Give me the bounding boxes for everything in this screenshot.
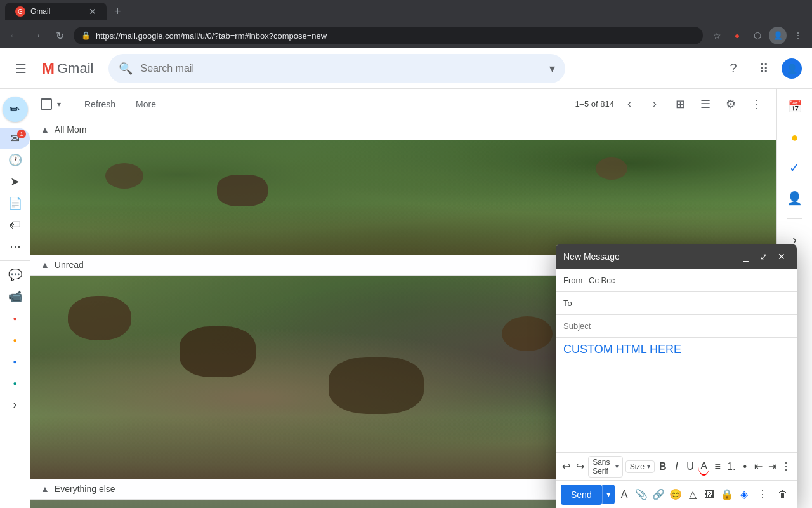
compose-emoji-button[interactable]: 😊 [668, 486, 683, 504]
compose-underline-button[interactable]: U [684, 458, 696, 476]
compose-cc-label[interactable]: Cc Bcc [589, 276, 615, 285]
all-mom-expand-icon[interactable]: ▲ [41, 124, 49, 135]
compose-font-selector[interactable]: Sans Serif ▾ [588, 456, 622, 478]
profile-button[interactable]: 👤 [769, 27, 787, 44]
gmail-search-bar[interactable]: 🔍 ▾ [108, 54, 565, 83]
compose-indent-more-button[interactable]: ⇥ [767, 458, 778, 476]
compose-indent-less-button[interactable]: ⇤ [753, 458, 764, 476]
sidebar-item-meet[interactable]: 📹 [0, 286, 30, 307]
back-button[interactable]: ← [5, 27, 23, 44]
view-options-button[interactable]: ⊞ [670, 94, 690, 114]
sidebar-item-chat[interactable]: 💬 [0, 265, 30, 285]
compose-minimize-button[interactable]: _ [738, 249, 754, 264]
sidebar-item-expand[interactable]: › [0, 394, 30, 415]
sidebar-item-teal-dot[interactable]: ● [0, 373, 30, 393]
extension-icon-1[interactable]: ● [728, 27, 746, 44]
compose-send-button[interactable]: Send [561, 485, 602, 505]
compose-button[interactable]: ✏ [3, 97, 28, 122]
compose-fullscreen-button[interactable]: ⤢ [756, 249, 771, 264]
compose-link-button[interactable]: 🔗 [652, 486, 666, 504]
browser-tab[interactable]: G Gmail ✕ [5, 3, 107, 20]
nature-bg-1 [30, 140, 776, 255]
prev-page-button[interactable]: ‹ [619, 94, 639, 114]
compose-to-field[interactable]: To [556, 292, 797, 315]
compose-redo-button[interactable]: ↪ [575, 458, 586, 476]
compose-text-color-button[interactable]: A [698, 458, 710, 476]
contacts-panel-button[interactable]: 👤 [782, 185, 808, 211]
apps-button[interactable]: ⠿ [751, 56, 776, 81]
toolbar-separator-1 [69, 97, 69, 112]
compose-bulleted-list-button[interactable]: • [740, 458, 751, 476]
compose-bold-button[interactable]: B [657, 458, 669, 476]
tab-title: Gmail [30, 7, 84, 16]
browser-menu-button[interactable]: ⋮ [789, 27, 807, 44]
compose-more-options-button[interactable]: ⋮ [754, 486, 771, 504]
hamburger-menu-icon[interactable]: ☰ [10, 56, 32, 81]
extension-icon-2[interactable]: ⬡ [749, 27, 766, 44]
help-button[interactable]: ? [721, 56, 746, 81]
sidebar-item-blue-dot[interactable]: ● [0, 351, 30, 371]
compose-format-button[interactable]: A [617, 486, 632, 504]
compose-drive-button[interactable]: △ [685, 486, 700, 504]
bookmark-button[interactable]: ☆ [708, 27, 726, 44]
expand-sidebar-icon: › [13, 398, 17, 411]
sidebar-item-drafts[interactable]: 📄 [0, 193, 30, 213]
search-dropdown-icon[interactable]: ▾ [549, 62, 555, 76]
compose-delete-button[interactable]: 🗑 [774, 486, 792, 504]
compose-photo-button[interactable]: 🖼 [702, 486, 717, 504]
compose-undo-button[interactable]: ↩ [561, 458, 572, 476]
tasks-panel-button[interactable]: ✓ [782, 155, 808, 180]
all-mom-section-header[interactable]: ▲ All Mom [30, 119, 776, 140]
compose-to-input[interactable] [589, 298, 789, 308]
compose-header[interactable]: New Message _ ⤢ ✕ [556, 244, 797, 269]
rock-1 [105, 163, 143, 189]
sidebar-item-sent[interactable]: ➤ [0, 171, 30, 192]
compose-more-formatting-button[interactable]: ⋮ [780, 458, 792, 476]
more-options-button[interactable]: ⋮ [746, 94, 766, 114]
sidebar-item-more[interactable]: ⋯ [0, 236, 30, 257]
browser-actions: ☆ ● ⬡ 👤 ⋮ [708, 27, 807, 44]
compose-attach-button[interactable]: 📎 [634, 486, 649, 504]
compose-size-dropdown-icon[interactable]: ▾ [647, 463, 650, 470]
density-button[interactable]: ☰ [695, 94, 716, 114]
compose-cc-bcc-buttons[interactable]: Cc Bcc [589, 276, 615, 285]
toolbar-right: 1–5 of 814 ‹ › ⊞ ☰ ⚙ ⋮ [575, 94, 766, 114]
compose-lock-button[interactable]: 🔒 [719, 486, 734, 504]
select-all-checkbox[interactable] [41, 98, 52, 110]
calendar-panel-button[interactable]: 📅 [782, 94, 808, 119]
new-tab-button[interactable]: + [114, 5, 121, 18]
everything-else-expand-icon[interactable]: ▲ [41, 484, 49, 494]
compose-size-selector[interactable]: Size ▾ [625, 460, 655, 473]
forward-button[interactable]: → [28, 27, 46, 44]
teal-dot-icon: ● [13, 380, 16, 387]
compose-body[interactable]: CUSTOM HTML HERE [556, 338, 797, 452]
sidebar-item-labels[interactable]: 🏷 [0, 215, 30, 235]
tab-close-button[interactable]: ✕ [89, 6, 96, 17]
settings-button[interactable]: ⚙ [721, 94, 741, 114]
sidebar-item-snoozed[interactable]: 🕐 [0, 150, 30, 170]
compose-close-button[interactable]: ✕ [774, 249, 789, 264]
sidebar-item-orange-dot[interactable]: ● [0, 330, 30, 350]
sidebar-item-inbox[interactable]: ✉ 1 [0, 128, 30, 149]
compose-font-dropdown-icon[interactable]: ▾ [615, 463, 619, 470]
unread-expand-icon[interactable]: ▲ [41, 260, 49, 270]
address-bar[interactable]: 🔒 https://mail.google.com/mail/u/0/?tab=… [74, 27, 703, 44]
user-avatar[interactable]: 👤 [782, 58, 802, 79]
sidebar-item-red-dot[interactable]: ● [0, 308, 30, 328]
reload-button[interactable]: ↻ [51, 27, 69, 44]
compose-numbered-list-button[interactable]: 1. [726, 458, 737, 476]
compose-align-button[interactable]: ≡ [712, 458, 723, 476]
compose-subject-input[interactable] [563, 321, 789, 331]
more-button[interactable]: More [128, 94, 164, 114]
compose-send-dropdown-button[interactable]: ▾ [602, 485, 615, 504]
compose-subject-field[interactable] [556, 315, 797, 338]
search-input[interactable] [140, 63, 542, 74]
compose-body-text[interactable]: CUSTOM HTML HERE [563, 343, 789, 356]
compose-italic-button[interactable]: I [671, 458, 683, 476]
select-dropdown-button[interactable]: ▾ [57, 100, 61, 109]
compose-header-actions: _ ⤢ ✕ [738, 249, 789, 264]
next-page-button[interactable]: › [645, 94, 665, 114]
refresh-button[interactable]: Refresh [77, 94, 123, 114]
keep-panel-button[interactable]: ● [782, 124, 808, 150]
compose-dropbox-button[interactable]: ◈ [737, 486, 751, 504]
